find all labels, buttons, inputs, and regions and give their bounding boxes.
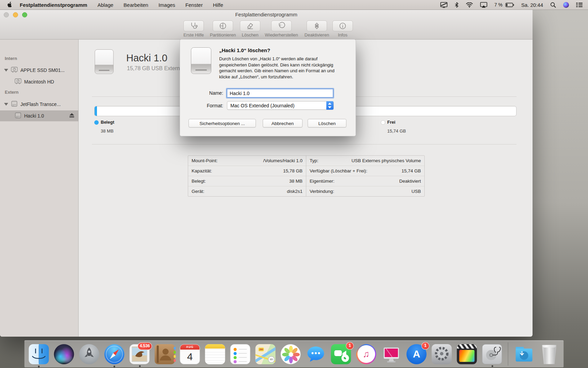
disclosure-triangle-icon[interactable] bbox=[4, 69, 8, 72]
format-select[interactable]: Mac OS Extended (Journaled) bbox=[227, 101, 334, 110]
reminder-dot bbox=[234, 360, 237, 363]
reminder-dot bbox=[234, 356, 237, 359]
dock-calendar-icon[interactable]: AUG 4 bbox=[180, 344, 200, 364]
volume-info-table: Mount-Point:/Volumes/Hacki 1.0 Kapazität… bbox=[188, 155, 425, 197]
sidebar-section-intern: Intern bbox=[5, 56, 17, 61]
window-header: Festplattendienstprogramm Erste Hilfe Pa… bbox=[0, 10, 533, 40]
dialog-volume-icon bbox=[190, 47, 212, 76]
info-button[interactable] bbox=[332, 20, 353, 31]
download-arrow-icon bbox=[520, 351, 528, 360]
info-label: Typ: bbox=[310, 156, 318, 166]
menu-hilfe[interactable]: Hilfe bbox=[213, 2, 223, 8]
legend-free-dot bbox=[381, 120, 385, 125]
dock-downloads-folder-icon[interactable] bbox=[514, 344, 534, 364]
name-input[interactable] bbox=[227, 89, 333, 97]
eject-icon[interactable] bbox=[69, 113, 74, 119]
erase-dialog: „Hacki 1.0“ löschen? Durch Löschen von „… bbox=[180, 39, 356, 136]
sidebar-item-label: APPLE SSD SM01... bbox=[20, 67, 65, 73]
dock-trash-icon[interactable] bbox=[539, 344, 559, 364]
reminder-line bbox=[239, 349, 247, 350]
dock-maps-icon[interactable]: 280 3D bbox=[256, 344, 276, 364]
calendar-month: AUG bbox=[180, 344, 200, 350]
music-note-glyph: ♫ bbox=[357, 345, 375, 363]
dock-messages-icon[interactable] bbox=[306, 344, 326, 364]
disclosure-triangle-icon[interactable] bbox=[4, 103, 8, 106]
dock-final-cut-icon[interactable] bbox=[457, 344, 477, 364]
mail-badge: 4.536 bbox=[137, 342, 152, 350]
legend-free-value: 15,74 GB bbox=[387, 128, 406, 134]
wifi-icon[interactable] bbox=[466, 2, 473, 7]
clapper-screen bbox=[459, 350, 475, 362]
info-row: Gerät:disk2s1 bbox=[188, 186, 306, 196]
erase-confirm-button[interactable]: Löschen bbox=[308, 119, 346, 127]
info-value: 15,78 GB bbox=[283, 166, 303, 176]
sidebar-item-jetflash[interactable]: JetFlash Transce... bbox=[0, 99, 78, 110]
erase-button[interactable] bbox=[240, 20, 260, 31]
eraser-icon bbox=[246, 22, 254, 30]
dock-reminders-icon[interactable] bbox=[230, 344, 250, 364]
legend-used-label: Belegt bbox=[101, 120, 114, 125]
dock-system-preferences-icon[interactable] bbox=[432, 344, 452, 364]
sidebar-section-extern: Extern bbox=[5, 90, 18, 95]
info-icon bbox=[339, 22, 347, 30]
window-title: Festplattendienstprogramm bbox=[0, 12, 533, 17]
bluetooth-icon[interactable] bbox=[455, 2, 459, 8]
security-options-button[interactable]: Sicherheitsoptionen ... bbox=[189, 119, 256, 127]
sidebar-item-label: Hacki 1.0 bbox=[24, 113, 44, 119]
sidebar-item-apple-ssd[interactable]: APPLE SSD SM01... bbox=[0, 65, 78, 76]
spotlight-search-icon[interactable] bbox=[550, 2, 556, 8]
info-column-left: Mount-Point:/Volumes/Hacki 1.0 Kapazität… bbox=[188, 156, 306, 196]
sidebar-item-macintosh-hd[interactable]: Macintosh HD bbox=[0, 76, 78, 87]
menu-clock[interactable]: Sa. 20:44 bbox=[521, 2, 543, 8]
siri-menu-icon[interactable] bbox=[563, 2, 569, 8]
menu-images[interactable]: Images bbox=[159, 2, 175, 8]
info-row: Verfügbar (Löschbar + Frei):15,74 GB bbox=[306, 166, 424, 176]
dock-appstore-icon[interactable]: A 1 bbox=[407, 344, 427, 364]
dock-facetime-icon[interactable]: 1 bbox=[331, 344, 351, 364]
notification-center-icon[interactable] bbox=[576, 2, 583, 7]
contacts-tab bbox=[174, 359, 176, 362]
capacity-used-segment bbox=[95, 106, 97, 116]
cancel-button[interactable]: Abbrechen bbox=[263, 119, 303, 127]
format-selected-value: Mac OS Extended (Journaled) bbox=[230, 103, 294, 108]
appstore-badge: 1 bbox=[422, 342, 429, 350]
restore-icon bbox=[277, 22, 285, 30]
info-value: USB Externes physisches Volume bbox=[352, 156, 421, 166]
menu-app-name[interactable]: Festplattendienstprogramm bbox=[20, 2, 87, 8]
airplay-icon[interactable] bbox=[480, 2, 487, 8]
popup-stepper-icon[interactable] bbox=[326, 101, 333, 110]
dock-siri-icon[interactable] bbox=[54, 344, 74, 364]
stethoscope-icon bbox=[190, 22, 198, 30]
dock-itunes-icon[interactable]: ♫ bbox=[356, 344, 376, 364]
menu-bar: Festplattendienstprogramm Ablage Bearbei… bbox=[0, 0, 588, 10]
menu-bearbeiten[interactable]: Bearbeiten bbox=[124, 2, 148, 8]
unmount-icon bbox=[313, 22, 321, 30]
contacts-tab bbox=[174, 347, 176, 350]
info-label: Belegt: bbox=[192, 176, 206, 186]
apple-menu-icon[interactable] bbox=[7, 1, 12, 9]
dock-photos-icon[interactable] bbox=[281, 344, 301, 364]
dock-launchpad-icon[interactable] bbox=[79, 344, 99, 364]
dock-disk-utility-icon[interactable] bbox=[482, 344, 502, 364]
display-mirroring-icon[interactable] bbox=[440, 2, 447, 8]
info-row: Kapazität:15,78 GB bbox=[188, 166, 306, 176]
dock-cleanmymac-icon[interactable] bbox=[381, 344, 402, 364]
info-label: Kapazität: bbox=[192, 166, 212, 176]
menu-ablage[interactable]: Ablage bbox=[97, 2, 113, 8]
dock-contacts-icon[interactable] bbox=[155, 344, 175, 364]
sidebar-item-hacki[interactable]: Hacki 1.0 bbox=[0, 110, 78, 121]
maps-route-shield: 280 bbox=[259, 348, 264, 351]
info-label: Eigentümer: bbox=[310, 176, 334, 186]
info-label: Verfügbar (Löschbar + Frei): bbox=[310, 166, 367, 176]
dock-finder-icon[interactable] bbox=[29, 344, 49, 364]
menu-fenster[interactable]: Fenster bbox=[185, 2, 203, 8]
dock-safari-icon[interactable] bbox=[104, 344, 125, 364]
restore-button[interactable] bbox=[271, 20, 292, 31]
dock-notes-icon[interactable] bbox=[205, 344, 225, 364]
format-field-label: Format: bbox=[180, 103, 223, 108]
battery-icon[interactable] bbox=[505, 3, 514, 7]
notes-top-strip bbox=[205, 344, 225, 349]
reminder-line bbox=[239, 357, 247, 358]
legend-free-label: Frei bbox=[387, 120, 395, 125]
dock-mail-icon[interactable]: 4.536 bbox=[130, 344, 150, 364]
